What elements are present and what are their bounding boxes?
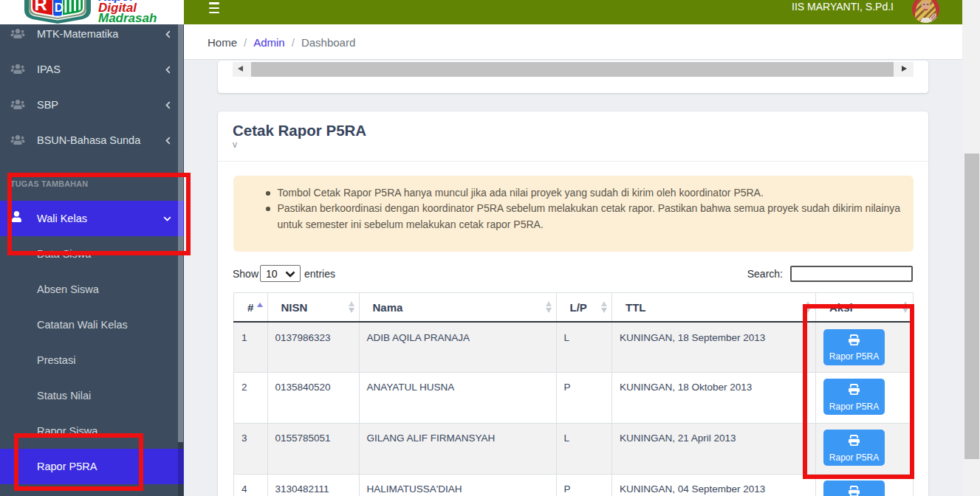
- svg-text:D: D: [55, 1, 64, 15]
- svg-text:R: R: [35, 0, 47, 14]
